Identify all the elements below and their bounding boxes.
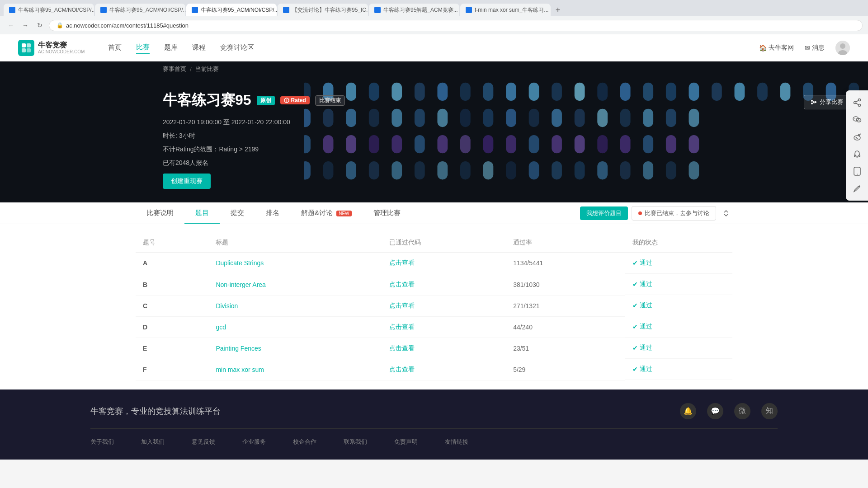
footer-link-about[interactable]: 关于我们 — [90, 438, 114, 446]
discuss-button-label: 比赛已结束，去参与讨论 — [645, 209, 709, 217]
tab-label-3: 牛客练习赛95_ACM/NOI/CSP/... — [201, 6, 277, 14]
zhihu-icon[interactable]: 知 — [761, 403, 778, 419]
col-header-status: 我的状态 — [625, 233, 732, 253]
browser-tab-4[interactable]: 【交流讨论】牛客练习赛95_IC... ✕ — [278, 4, 368, 16]
problem-title: Duplicate Strings — [208, 253, 382, 274]
svg-point-119 — [857, 174, 858, 175]
svg-point-111 — [858, 120, 859, 121]
footer-link-join[interactable]: 加入我们 — [141, 438, 165, 446]
lock-icon: 🔒 — [57, 22, 63, 28]
discuss-button[interactable]: 比赛已结束，去参与讨论 — [632, 206, 716, 221]
tab-favicon-2 — [100, 7, 107, 13]
checkmark-icon: ✔ — [632, 281, 638, 288]
problem-link[interactable]: Non-interger Area — [216, 281, 266, 288]
view-code-link[interactable]: 点击查看 — [389, 366, 415, 373]
url-bar[interactable]: 🔒 ac.nowcoder.com/acm/contest/11185#ques… — [49, 20, 863, 31]
badge-original: 原创 — [257, 96, 275, 105]
footer-link-feedback[interactable]: 意见反馈 — [192, 438, 215, 446]
browser-tab-2[interactable]: 牛客练习赛95_ACM/NOI/CSP/... ✕ — [95, 4, 185, 16]
table-row: D gcd 点击查看 44/240 ✔ 通过 — [136, 316, 732, 338]
problem-link[interactable]: min max xor sum — [216, 366, 264, 373]
svg-text:!: ! — [286, 99, 287, 102]
back-button[interactable]: ← — [5, 20, 16, 31]
new-tab-button[interactable]: + — [552, 4, 564, 16]
side-mobile-button[interactable] — [849, 163, 865, 179]
problem-link[interactable]: gcd — [216, 324, 226, 331]
evaluate-button[interactable]: 我想评价题目 — [580, 206, 628, 220]
side-wechat-button[interactable] — [849, 112, 865, 128]
tab-problems[interactable]: 题目 — [184, 202, 220, 224]
table-row: C Division 点击查看 271/1321 ✔ 通过 — [136, 295, 732, 316]
browser-tab-6[interactable]: f-min max xor sum_牛客练习... ✕ — [460, 4, 551, 16]
svg-point-5 — [840, 43, 845, 49]
col-header-passrate: 通过率 — [506, 233, 625, 253]
problem-link[interactable]: Painting Fences — [216, 345, 261, 352]
view-code-link[interactable]: 点击查看 — [389, 344, 415, 352]
footer-link-school[interactable]: 校企合作 — [293, 438, 316, 446]
page-content: 牛客竞赛 AC.NOWCODER.COM 首页 比赛 题库 课程 竞赛讨论区 🏠… — [0, 34, 868, 460]
breadcrumb-home[interactable]: 赛事首页 — [163, 65, 186, 73]
view-code-link[interactable]: 点击查看 — [389, 302, 415, 309]
footer-icons: 🔔 💬 微 知 — [680, 403, 778, 419]
nav-messages[interactable]: ✉ 消息 — [805, 44, 825, 52]
view-code-link[interactable]: 点击查看 — [389, 281, 415, 288]
side-qq-button[interactable] — [849, 146, 865, 162]
create-replay-button[interactable]: 创建重现赛 — [163, 174, 211, 189]
footer: 牛客竞赛，专业的竞技算法训练平台 🔔 💬 微 知 关于我们 加入我们 意见反馈 … — [0, 389, 868, 460]
footer-link-enterprise[interactable]: 企业服务 — [242, 438, 266, 446]
footer-link-disclaimer[interactable]: 免责声明 — [394, 438, 418, 446]
svg-rect-0 — [22, 43, 26, 47]
problem-link[interactable]: Duplicate Strings — [216, 259, 264, 267]
checkmark-icon: ✔ — [632, 323, 638, 330]
tab-favicon-4 — [283, 7, 289, 13]
avatar[interactable] — [835, 41, 850, 55]
problem-pass-count: 5/29 — [506, 359, 625, 380]
svg-point-113 — [854, 136, 860, 140]
problem-title: gcd — [208, 316, 382, 338]
svg-line-105 — [856, 101, 859, 102]
problem-view: 点击查看 — [382, 295, 506, 316]
browser-tab-3[interactable]: 牛客练习赛95_ACM/NOI/CSP/... ✕ — [186, 4, 277, 16]
tab-description[interactable]: 比赛说明 — [136, 202, 184, 224]
svg-rect-2 — [22, 48, 26, 52]
view-code-link[interactable]: 点击查看 — [389, 323, 415, 330]
weibo-icon[interactable]: 微 — [734, 403, 750, 419]
side-edit-button[interactable] — [849, 180, 865, 197]
logo[interactable]: 牛客竞赛 AC.NOWCODER.COM — [18, 40, 85, 56]
tab-rank[interactable]: 排名 — [255, 202, 290, 224]
tab-label-5: 牛客练习赛95解题_ACM竞赛... — [383, 6, 458, 14]
svg-point-103 — [854, 102, 856, 104]
side-weibo-button[interactable] — [849, 129, 865, 145]
message-icon: ✉ — [805, 44, 810, 52]
nav-home[interactable]: 首页 — [108, 42, 122, 54]
browser-tab-1[interactable]: 牛客练习赛95_ACM/NOI/CSP/... ✕ — [4, 4, 94, 16]
badge-ended: 比赛结束 — [315, 95, 345, 106]
hero-registrations: 已有2048人报名 — [163, 156, 850, 169]
contest-tabs: 比赛说明 题目 提交 排名 解题&讨论 NEW 管理比赛 我想评价题目 比赛已结… — [0, 202, 868, 224]
tab-manage[interactable]: 管理比赛 — [363, 202, 411, 224]
problem-id: A — [136, 253, 208, 274]
browser-tab-5[interactable]: 牛客练习赛95解题_ACM竞赛... ✕ — [369, 4, 459, 16]
footer-link-friends[interactable]: 友情链接 — [445, 438, 468, 446]
nav-contest[interactable]: 比赛 — [136, 41, 150, 54]
nav-main-site[interactable]: 🏠 去牛客网 — [759, 44, 794, 52]
side-share-button[interactable] — [849, 94, 865, 111]
bell-icon[interactable]: 🔔 — [680, 403, 696, 419]
tab-favicon-1 — [9, 7, 15, 13]
forward-button[interactable]: → — [20, 20, 31, 31]
problem-pass-count: 44/240 — [506, 316, 625, 338]
problem-title: Division — [208, 295, 382, 316]
tab-editorial[interactable]: 解题&讨论 NEW — [290, 202, 363, 224]
nav-discussion[interactable]: 竞赛讨论区 — [220, 42, 254, 54]
problem-link[interactable]: Division — [216, 302, 238, 310]
footer-link-contact[interactable]: 联系我们 — [344, 438, 367, 446]
nav-course[interactable]: 课程 — [192, 42, 206, 54]
collapse-button[interactable] — [720, 207, 732, 220]
wechat-icon[interactable]: 💬 — [707, 403, 723, 419]
tab-submit[interactable]: 提交 — [220, 202, 255, 224]
view-code-link[interactable]: 点击查看 — [389, 259, 415, 266]
nav-problems[interactable]: 题库 — [164, 42, 178, 54]
footer-top: 牛客竞赛，专业的竞技算法训练平台 🔔 💬 微 知 — [90, 403, 778, 429]
breadcrumb-separator: / — [190, 66, 192, 73]
refresh-button[interactable]: ↻ — [34, 20, 45, 31]
